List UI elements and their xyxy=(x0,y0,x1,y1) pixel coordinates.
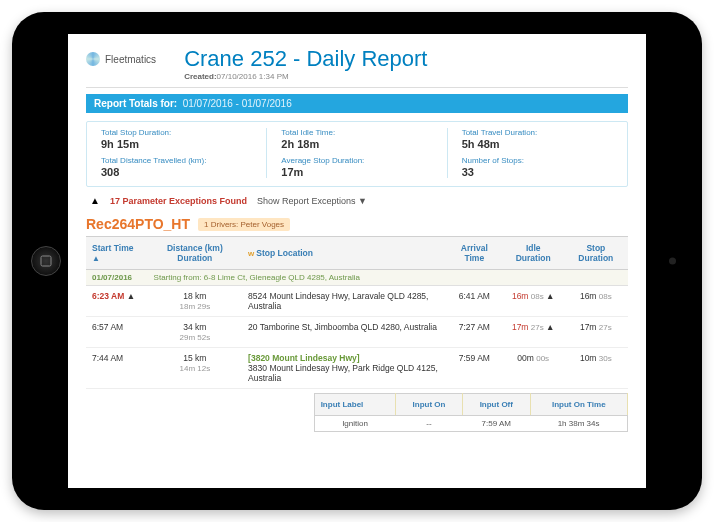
stat-label: Total Distance Travelled (km): xyxy=(101,156,252,165)
input-col-time: Input On Time xyxy=(530,394,627,416)
stat-value: 5h 48m xyxy=(462,138,613,150)
date-divider-row: 01/07/2016 Starting from: 6-8 Lime Ct, G… xyxy=(86,270,628,286)
exceptions-count: 17 Parameter Exceptions Found xyxy=(110,196,247,206)
stop-location: 20 Tamborine St, Jimboomba QLD 4280, Aus… xyxy=(242,317,446,348)
idle-duration: 16m xyxy=(512,291,529,301)
input-col-label: Input Label xyxy=(314,394,395,416)
created-label: Created: xyxy=(184,72,216,81)
exceptions-row: ▲ 17 Parameter Exceptions Found Show Rep… xyxy=(86,195,628,206)
stat-label: Average Stop Duration: xyxy=(281,156,432,165)
created-line: Created:07/10/2016 1:34 PM xyxy=(184,72,427,81)
col-distance[interactable]: Distance (km) Duration xyxy=(148,237,243,270)
warning-icon: w xyxy=(248,249,254,258)
distance: 18 km xyxy=(183,291,206,301)
start-time: 6:57 AM xyxy=(92,322,123,332)
input-row: Ignition -- 7:59 AM 1h 38m 34s xyxy=(314,416,627,432)
stat-label: Number of Stops: xyxy=(462,156,613,165)
camera-dot xyxy=(669,258,676,265)
start-time: 7:44 AM xyxy=(92,353,123,363)
stat-value: 2h 18m xyxy=(281,138,432,150)
warning-icon: ▲ xyxy=(546,291,554,301)
stop-duration: 17m xyxy=(580,322,597,332)
col-stop-duration[interactable]: Stop Duration xyxy=(564,237,628,270)
start-time: 6:23 AM xyxy=(92,291,124,301)
brand-logo: Fleetmatics xyxy=(86,52,156,66)
input-col-on: Input On xyxy=(395,394,462,416)
fleetmatics-icon xyxy=(86,52,100,66)
duration: 18m 29s xyxy=(180,302,211,311)
idle-duration: 00m xyxy=(517,353,534,363)
input-panel: Input Label Input On Input Off Input On … xyxy=(314,393,628,432)
show-exceptions-toggle[interactable]: Show Report Exceptions ▼ xyxy=(257,196,367,206)
stat-value: 33 xyxy=(462,166,613,178)
report-table: Start Time ▲ Distance (km) Duration wSto… xyxy=(86,236,628,432)
home-button[interactable] xyxy=(31,246,61,276)
col-arrival[interactable]: Arrival Time xyxy=(446,237,503,270)
warning-icon: ▲ xyxy=(127,291,135,301)
duration: 14m 12s xyxy=(180,364,211,373)
col-start-time[interactable]: Start Time ▲ xyxy=(86,237,148,270)
distance: 15 km xyxy=(183,353,206,363)
created-value: 07/10/2016 1:34 PM xyxy=(217,72,289,81)
totals-range: 01/07/2016 - 01/07/2016 xyxy=(183,98,292,109)
stop-duration: 16m xyxy=(580,291,597,301)
stop-location: [3820 Mount Lindesay Hwy]3830 Mount Lind… xyxy=(242,348,446,389)
arrival-time: 7:27 AM xyxy=(446,317,503,348)
warning-icon: ▲ xyxy=(546,322,554,332)
stat-label: Total Idle Time: xyxy=(281,128,432,137)
distance: 34 km xyxy=(183,322,206,332)
drivers-badge: 1 Drivers: Peter Voges xyxy=(198,218,290,231)
brand-label: Fleetmatics xyxy=(105,54,156,65)
totals-bar: Report Totals for: 01/07/2016 - 01/07/20… xyxy=(86,94,628,113)
table-row[interactable]: 6:23 AM ▲ 18 km18m 29s 8524 Mount Lindes… xyxy=(86,286,628,317)
warning-icon: ▲ xyxy=(90,195,100,206)
report-header: Fleetmatics Crane 252 - Daily Report Cre… xyxy=(86,46,628,88)
location-link[interactable]: [3820 Mount Lindesay Hwy] xyxy=(248,353,359,363)
stat-value: 17m xyxy=(281,166,432,178)
input-col-off: Input Off xyxy=(462,394,530,416)
totals-label: Report Totals for: xyxy=(94,98,177,109)
stat-label: Total Stop Duration: xyxy=(101,128,252,137)
table-row[interactable]: 7:44 AM 15 km14m 12s [3820 Mount Lindesa… xyxy=(86,348,628,389)
col-stop-location[interactable]: wStop Location xyxy=(242,237,446,270)
vehicle-name: Rec264PTO_HT xyxy=(86,216,190,232)
stat-value: 9h 15m xyxy=(101,138,252,150)
arrival-time: 6:41 AM xyxy=(446,286,503,317)
sort-asc-icon: ▲ xyxy=(92,254,100,263)
duration: 29m 52s xyxy=(180,333,211,342)
stats-panel: Total Stop Duration: 9h 15m Total Distan… xyxy=(86,121,628,187)
arrival-time: 7:59 AM xyxy=(446,348,503,389)
stat-label: Total Travel Duration: xyxy=(462,128,613,137)
stat-value: 308 xyxy=(101,166,252,178)
screen: Fleetmatics Crane 252 - Daily Report Cre… xyxy=(68,34,646,488)
table-row[interactable]: 6:57 AM 34 km29m 52s 20 Tamborine St, Ji… xyxy=(86,317,628,348)
col-idle[interactable]: Idle Duration xyxy=(503,237,564,270)
stop-duration: 10m xyxy=(580,353,597,363)
page-title: Crane 252 - Daily Report xyxy=(184,46,427,72)
tablet-frame: Fleetmatics Crane 252 - Daily Report Cre… xyxy=(12,12,702,510)
idle-duration: 17m xyxy=(512,322,529,332)
stop-location: 8524 Mount Lindesay Hwy, Laravale QLD 42… xyxy=(242,286,446,317)
